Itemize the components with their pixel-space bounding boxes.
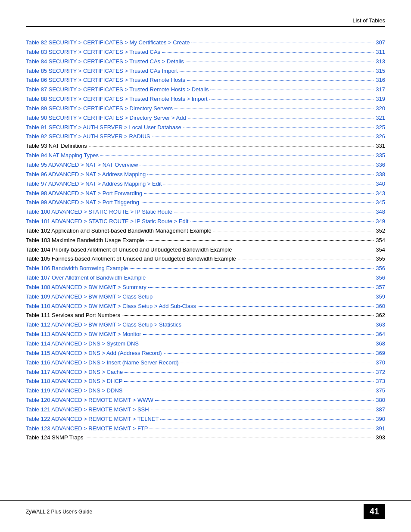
toc-link[interactable]: Table 107 Over Allotment of Bandwidth Ex… <box>26 274 146 282</box>
toc-link[interactable]: Table 84 SECURITY > CERTIFICATES > Trust… <box>26 58 184 66</box>
toc-link[interactable]: Table 124 SNMP Traps <box>26 434 83 442</box>
toc-item: Table 115 ADVANCED > DNS > Add (Address … <box>26 349 385 358</box>
toc-item: Table 109 ADVANCED > BW MGMT > Class Set… <box>26 293 385 301</box>
toc-link[interactable]: Table 90 SECURITY > CERTIFICATES > Direc… <box>26 114 186 122</box>
toc-link[interactable]: Table 104 Priority-based Allotment of Un… <box>26 246 232 254</box>
toc-dots <box>191 43 374 43</box>
toc-item: Table 104 Priority-based Allotment of Un… <box>26 246 385 254</box>
toc-link[interactable]: Table 121 ADVANCED > REMOTE MGMT > SSH <box>26 406 149 414</box>
toc-link[interactable]: Table 115 ADVANCED > DNS > Add (Address … <box>26 349 162 358</box>
toc-page: 354 <box>376 236 385 245</box>
toc-link[interactable]: Table 91 SECURITY > AUTH SERVER > Local … <box>26 124 181 132</box>
toc-dots <box>141 202 374 203</box>
toc-item: Table 91 SECURITY > AUTH SERVER > Local … <box>26 124 385 132</box>
toc-dots <box>174 109 374 109</box>
toc-item: Table 87 SECURITY > CERTIFICATES > Trust… <box>26 86 385 94</box>
toc-link[interactable]: Table 111 Services and Port Numbers <box>26 311 120 320</box>
header-title: List of Tables <box>352 17 385 24</box>
toc-item: Table 116 ADVANCED > DNS > Insert (Name … <box>26 359 385 367</box>
toc-dots <box>186 62 374 62</box>
toc-dots <box>174 212 374 212</box>
toc-link[interactable]: Table 95 ADVANCED > NAT > NAT Overview <box>26 161 138 169</box>
toc-link[interactable]: Table 105 Fairness-based Allotment of Un… <box>26 255 236 263</box>
toc-link[interactable]: Table 103 Maximize Bandwidth Usage Examp… <box>26 236 144 245</box>
toc-link[interactable]: Table 83 SECURITY > CERTIFICATES > Trust… <box>26 48 160 56</box>
toc-item: Table 105 Fairness-based Allotment of Un… <box>26 255 385 263</box>
toc-link[interactable]: Table 122 ADVANCED > REMOTE MGMT > TELNE… <box>26 415 159 423</box>
toc-dots <box>163 184 374 184</box>
toc-link[interactable]: Table 106 Bandwidth Borrowing Example <box>26 264 128 273</box>
toc-link[interactable]: Table 85 SECURITY > CERTIFICATES > Trust… <box>26 67 178 75</box>
toc-page: 352 <box>376 227 385 235</box>
toc-link[interactable]: Table 99 ADVANCED > NAT > Port Triggerin… <box>26 199 139 207</box>
toc-item: Table 117 ADVANCED > DNS > Cache 372 <box>26 368 385 376</box>
page: List of Tables Table 82 SECURITY > CERTI… <box>0 0 411 532</box>
toc-link[interactable]: Table 118 ADVANCED > DNS > DHCP <box>26 377 122 386</box>
toc-item: Table 111 Services and Port Numbers 362 <box>26 311 385 320</box>
toc-item: Table 93 NAT Definitions 331 <box>26 142 385 150</box>
toc-link[interactable]: Table 108 ADVANCED > BW MGMT > Summary <box>26 283 146 292</box>
toc-page: 372 <box>376 368 385 376</box>
page-footer: ZyWALL 2 Plus User's Guide 41 <box>0 500 411 519</box>
toc-page: 320 <box>376 105 385 113</box>
toc-link[interactable]: Table 97 ADVANCED > NAT > Address Mappin… <box>26 180 162 188</box>
toc-item: Table 110 ADVANCED > BW MGMT > Class Set… <box>26 302 385 311</box>
toc-dots <box>85 438 374 438</box>
toc-link[interactable]: Table 94 NAT Mapping Types <box>26 152 99 160</box>
toc-page: 313 <box>376 58 385 66</box>
toc-page: 363 <box>376 321 385 329</box>
toc-page: 316 <box>376 76 385 84</box>
toc-item: Table 96 ADVANCED > NAT > Address Mappin… <box>26 171 385 179</box>
toc-dots <box>238 259 374 259</box>
toc-item: Table 103 Maximize Bandwidth Usage Examp… <box>26 236 385 245</box>
toc-item: Table 119 ADVANCED > DNS > DDNS 375 <box>26 387 385 395</box>
toc-dots <box>188 118 374 118</box>
toc-page: 357 <box>376 283 385 292</box>
toc-page: 362 <box>376 311 385 320</box>
toc-link[interactable]: Table 119 ADVANCED > DNS > DDNS <box>26 387 122 395</box>
toc-page: 355 <box>376 255 385 263</box>
toc-link[interactable]: Table 93 NAT Definitions <box>26 142 87 150</box>
toc-dots <box>89 146 374 146</box>
toc-link[interactable]: Table 117 ADVANCED > DNS > Cache <box>26 368 123 376</box>
toc-link[interactable]: Table 86 SECURITY > CERTIFICATES > Trust… <box>26 76 185 84</box>
toc-link[interactable]: Table 109 ADVANCED > BW MGMT > Class Set… <box>26 293 153 301</box>
toc-page: 393 <box>376 434 385 442</box>
toc-dots <box>146 240 374 241</box>
toc-dots <box>122 315 374 316</box>
toc-page: 360 <box>376 302 385 311</box>
toc-dots <box>144 193 374 194</box>
toc-dots <box>183 325 374 325</box>
toc-item: Table 94 NAT Mapping Types 335 <box>26 152 385 160</box>
toc-link[interactable]: Table 82 SECURITY > CERTIFICATES > My Ce… <box>26 39 190 47</box>
toc-link[interactable]: Table 89 SECURITY > CERTIFICATES > Direc… <box>26 105 173 113</box>
toc-page: 359 <box>376 293 385 301</box>
toc-link[interactable]: Table 112 ADVANCED > BW MGMT > Class Set… <box>26 321 181 329</box>
toc-dots <box>140 344 374 344</box>
toc-dots <box>130 268 374 269</box>
toc-link[interactable]: Table 116 ADVANCED > DNS > Insert (Name … <box>26 359 179 367</box>
toc-dots <box>124 381 374 382</box>
toc-link[interactable]: Table 123 ADVANCED > REMOTE MGMT > FTP <box>26 425 148 433</box>
toc-page: 364 <box>376 330 385 339</box>
toc-page: 356 <box>376 274 385 282</box>
toc-page: 387 <box>376 406 385 414</box>
toc-link[interactable]: Table 88 SECURITY > CERTIFICATES > Trust… <box>26 95 208 103</box>
toc-link[interactable]: Table 102 Application and Subnet-based B… <box>26 227 212 235</box>
toc-link[interactable]: Table 114 ADVANCED > DNS > System DNS <box>26 340 139 348</box>
toc-dots <box>140 165 374 165</box>
toc-item: Table 122 ADVANCED > REMOTE MGMT > TELNE… <box>26 415 385 423</box>
toc-link[interactable]: Table 92 SECURITY > AUTH SERVER > RADIUS <box>26 133 150 141</box>
toc-link[interactable]: Table 101 ADVANCED > STATIC ROUTE > IP S… <box>26 218 188 226</box>
toc-link[interactable]: Table 113 ADVANCED > BW MGMT > Monitor <box>26 330 141 339</box>
toc-link[interactable]: Table 100 ADVANCED > STATIC ROUTE > IP S… <box>26 208 172 216</box>
toc-link[interactable]: Table 120 ADVANCED > REMOTE MGMT > WWW <box>26 396 153 404</box>
toc-link[interactable]: Table 110 ADVANCED > BW MGMT > Class Set… <box>26 302 196 311</box>
toc-link[interactable]: Table 87 SECURITY > CERTIFICATES > Trust… <box>26 86 209 94</box>
toc-item: Table 83 SECURITY > CERTIFICATES > Trust… <box>26 48 385 56</box>
toc-link[interactable]: Table 96 ADVANCED > NAT > Address Mappin… <box>26 171 146 179</box>
toc-link[interactable]: Table 98 ADVANCED > NAT > Port Forwardin… <box>26 190 142 198</box>
toc-item: Table 113 ADVANCED > BW MGMT > Monitor 3… <box>26 330 385 339</box>
toc-dots <box>149 429 374 429</box>
toc-page: 373 <box>376 377 385 386</box>
